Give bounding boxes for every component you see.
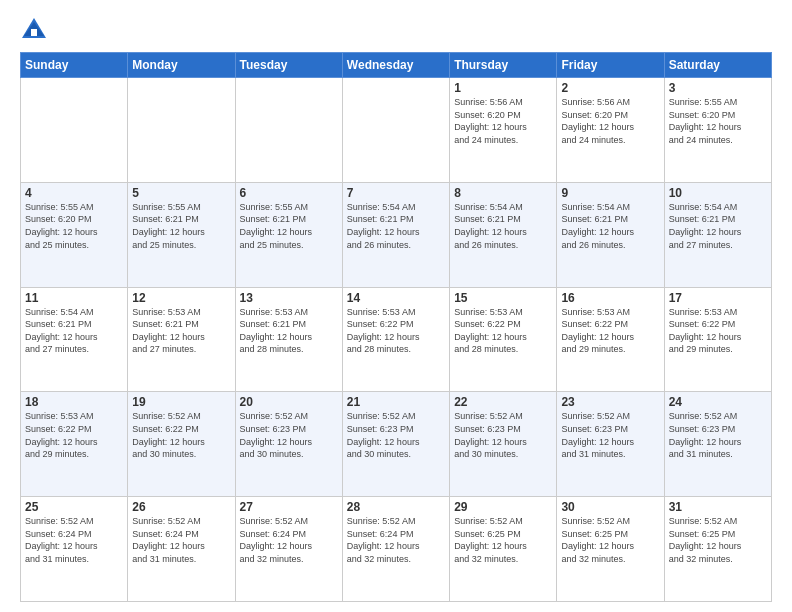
day-number: 15 — [454, 291, 552, 305]
calendar-cell: 12Sunrise: 5:53 AM Sunset: 6:21 PM Dayli… — [128, 287, 235, 392]
calendar-cell: 1Sunrise: 5:56 AM Sunset: 6:20 PM Daylig… — [450, 78, 557, 183]
day-info: Sunrise: 5:52 AM Sunset: 6:24 PM Dayligh… — [132, 515, 230, 565]
svg-rect-2 — [31, 29, 37, 36]
calendar-cell: 17Sunrise: 5:53 AM Sunset: 6:22 PM Dayli… — [664, 287, 771, 392]
day-info: Sunrise: 5:52 AM Sunset: 6:22 PM Dayligh… — [132, 410, 230, 460]
calendar-cell: 15Sunrise: 5:53 AM Sunset: 6:22 PM Dayli… — [450, 287, 557, 392]
day-number: 28 — [347, 500, 445, 514]
day-number: 14 — [347, 291, 445, 305]
day-info: Sunrise: 5:54 AM Sunset: 6:21 PM Dayligh… — [561, 201, 659, 251]
day-info: Sunrise: 5:52 AM Sunset: 6:23 PM Dayligh… — [669, 410, 767, 460]
logo-icon — [20, 16, 48, 44]
calendar-cell: 22Sunrise: 5:52 AM Sunset: 6:23 PM Dayli… — [450, 392, 557, 497]
day-number: 20 — [240, 395, 338, 409]
calendar-cell: 7Sunrise: 5:54 AM Sunset: 6:21 PM Daylig… — [342, 182, 449, 287]
day-number: 9 — [561, 186, 659, 200]
day-info: Sunrise: 5:52 AM Sunset: 6:25 PM Dayligh… — [669, 515, 767, 565]
day-number: 30 — [561, 500, 659, 514]
day-number: 31 — [669, 500, 767, 514]
day-number: 19 — [132, 395, 230, 409]
calendar-cell: 19Sunrise: 5:52 AM Sunset: 6:22 PM Dayli… — [128, 392, 235, 497]
calendar-cell: 30Sunrise: 5:52 AM Sunset: 6:25 PM Dayli… — [557, 497, 664, 602]
header — [20, 16, 772, 44]
day-number: 24 — [669, 395, 767, 409]
day-number: 8 — [454, 186, 552, 200]
day-number: 27 — [240, 500, 338, 514]
calendar-cell: 9Sunrise: 5:54 AM Sunset: 6:21 PM Daylig… — [557, 182, 664, 287]
day-number: 21 — [347, 395, 445, 409]
calendar-cell — [342, 78, 449, 183]
calendar-header-friday: Friday — [557, 53, 664, 78]
day-number: 16 — [561, 291, 659, 305]
calendar-cell: 28Sunrise: 5:52 AM Sunset: 6:24 PM Dayli… — [342, 497, 449, 602]
day-info: Sunrise: 5:54 AM Sunset: 6:21 PM Dayligh… — [454, 201, 552, 251]
calendar-header-monday: Monday — [128, 53, 235, 78]
calendar-cell: 20Sunrise: 5:52 AM Sunset: 6:23 PM Dayli… — [235, 392, 342, 497]
page: SundayMondayTuesdayWednesdayThursdayFrid… — [0, 0, 792, 612]
day-info: Sunrise: 5:53 AM Sunset: 6:22 PM Dayligh… — [347, 306, 445, 356]
calendar-cell: 26Sunrise: 5:52 AM Sunset: 6:24 PM Dayli… — [128, 497, 235, 602]
day-number: 10 — [669, 186, 767, 200]
day-info: Sunrise: 5:53 AM Sunset: 6:21 PM Dayligh… — [240, 306, 338, 356]
day-number: 4 — [25, 186, 123, 200]
day-info: Sunrise: 5:52 AM Sunset: 6:24 PM Dayligh… — [347, 515, 445, 565]
day-info: Sunrise: 5:53 AM Sunset: 6:22 PM Dayligh… — [669, 306, 767, 356]
day-info: Sunrise: 5:55 AM Sunset: 6:21 PM Dayligh… — [240, 201, 338, 251]
day-number: 25 — [25, 500, 123, 514]
calendar-cell: 11Sunrise: 5:54 AM Sunset: 6:21 PM Dayli… — [21, 287, 128, 392]
calendar-cell: 14Sunrise: 5:53 AM Sunset: 6:22 PM Dayli… — [342, 287, 449, 392]
day-number: 12 — [132, 291, 230, 305]
day-info: Sunrise: 5:54 AM Sunset: 6:21 PM Dayligh… — [347, 201, 445, 251]
calendar-cell — [128, 78, 235, 183]
calendar-table: SundayMondayTuesdayWednesdayThursdayFrid… — [20, 52, 772, 602]
calendar-cell — [235, 78, 342, 183]
calendar-week-row: 1Sunrise: 5:56 AM Sunset: 6:20 PM Daylig… — [21, 78, 772, 183]
calendar-week-row: 11Sunrise: 5:54 AM Sunset: 6:21 PM Dayli… — [21, 287, 772, 392]
calendar-cell: 16Sunrise: 5:53 AM Sunset: 6:22 PM Dayli… — [557, 287, 664, 392]
calendar-cell: 24Sunrise: 5:52 AM Sunset: 6:23 PM Dayli… — [664, 392, 771, 497]
day-info: Sunrise: 5:54 AM Sunset: 6:21 PM Dayligh… — [669, 201, 767, 251]
calendar-cell: 29Sunrise: 5:52 AM Sunset: 6:25 PM Dayli… — [450, 497, 557, 602]
calendar-cell — [21, 78, 128, 183]
calendar-header-tuesday: Tuesday — [235, 53, 342, 78]
calendar-week-row: 18Sunrise: 5:53 AM Sunset: 6:22 PM Dayli… — [21, 392, 772, 497]
day-info: Sunrise: 5:55 AM Sunset: 6:21 PM Dayligh… — [132, 201, 230, 251]
day-number: 29 — [454, 500, 552, 514]
day-info: Sunrise: 5:52 AM Sunset: 6:25 PM Dayligh… — [561, 515, 659, 565]
day-info: Sunrise: 5:55 AM Sunset: 6:20 PM Dayligh… — [669, 96, 767, 146]
day-info: Sunrise: 5:54 AM Sunset: 6:21 PM Dayligh… — [25, 306, 123, 356]
day-number: 18 — [25, 395, 123, 409]
day-info: Sunrise: 5:52 AM Sunset: 6:23 PM Dayligh… — [347, 410, 445, 460]
day-info: Sunrise: 5:53 AM Sunset: 6:22 PM Dayligh… — [561, 306, 659, 356]
calendar-cell: 6Sunrise: 5:55 AM Sunset: 6:21 PM Daylig… — [235, 182, 342, 287]
calendar-cell: 13Sunrise: 5:53 AM Sunset: 6:21 PM Dayli… — [235, 287, 342, 392]
calendar-cell: 31Sunrise: 5:52 AM Sunset: 6:25 PM Dayli… — [664, 497, 771, 602]
calendar-cell: 27Sunrise: 5:52 AM Sunset: 6:24 PM Dayli… — [235, 497, 342, 602]
calendar-cell: 2Sunrise: 5:56 AM Sunset: 6:20 PM Daylig… — [557, 78, 664, 183]
day-number: 1 — [454, 81, 552, 95]
day-info: Sunrise: 5:52 AM Sunset: 6:23 PM Dayligh… — [240, 410, 338, 460]
day-number: 3 — [669, 81, 767, 95]
calendar-cell: 25Sunrise: 5:52 AM Sunset: 6:24 PM Dayli… — [21, 497, 128, 602]
day-info: Sunrise: 5:52 AM Sunset: 6:23 PM Dayligh… — [454, 410, 552, 460]
logo — [20, 16, 52, 44]
calendar-cell: 8Sunrise: 5:54 AM Sunset: 6:21 PM Daylig… — [450, 182, 557, 287]
day-info: Sunrise: 5:53 AM Sunset: 6:21 PM Dayligh… — [132, 306, 230, 356]
calendar-cell: 10Sunrise: 5:54 AM Sunset: 6:21 PM Dayli… — [664, 182, 771, 287]
day-info: Sunrise: 5:53 AM Sunset: 6:22 PM Dayligh… — [25, 410, 123, 460]
calendar-week-row: 25Sunrise: 5:52 AM Sunset: 6:24 PM Dayli… — [21, 497, 772, 602]
day-info: Sunrise: 5:53 AM Sunset: 6:22 PM Dayligh… — [454, 306, 552, 356]
calendar-header-saturday: Saturday — [664, 53, 771, 78]
calendar-header-row: SundayMondayTuesdayWednesdayThursdayFrid… — [21, 53, 772, 78]
day-number: 17 — [669, 291, 767, 305]
calendar-cell: 5Sunrise: 5:55 AM Sunset: 6:21 PM Daylig… — [128, 182, 235, 287]
day-info: Sunrise: 5:55 AM Sunset: 6:20 PM Dayligh… — [25, 201, 123, 251]
calendar-header-sunday: Sunday — [21, 53, 128, 78]
day-info: Sunrise: 5:52 AM Sunset: 6:24 PM Dayligh… — [240, 515, 338, 565]
day-info: Sunrise: 5:52 AM Sunset: 6:24 PM Dayligh… — [25, 515, 123, 565]
day-info: Sunrise: 5:56 AM Sunset: 6:20 PM Dayligh… — [454, 96, 552, 146]
calendar-header-thursday: Thursday — [450, 53, 557, 78]
day-number: 7 — [347, 186, 445, 200]
calendar-cell: 18Sunrise: 5:53 AM Sunset: 6:22 PM Dayli… — [21, 392, 128, 497]
day-number: 13 — [240, 291, 338, 305]
